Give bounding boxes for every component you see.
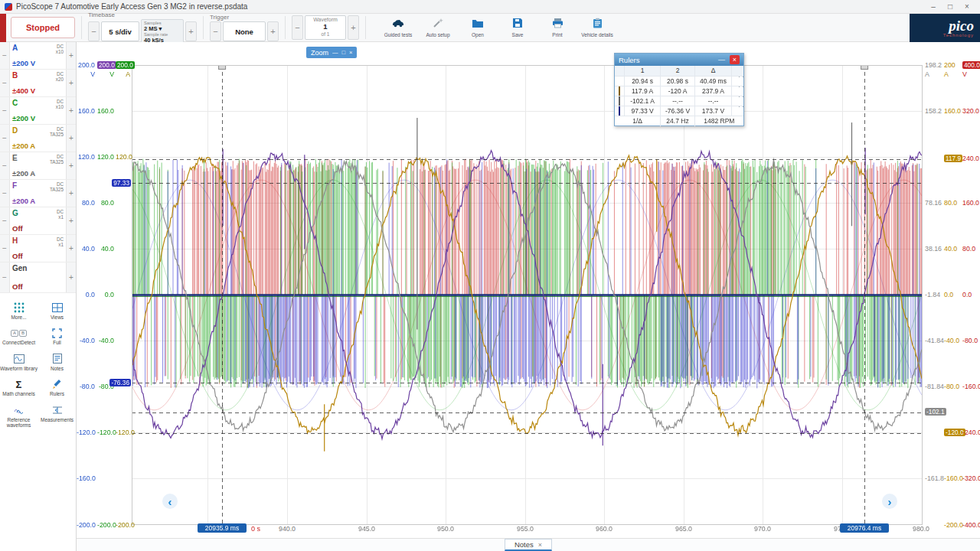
probe-value: TA325: [50, 187, 64, 192]
trigger-value[interactable]: None: [223, 21, 266, 41]
sidebar-tool-full[interactable]: Full: [38, 328, 77, 345]
lock-cell[interactable]: [731, 77, 743, 86]
print-button[interactable]: Print: [539, 18, 576, 37]
timebase-increase-button[interactable]: +: [185, 21, 197, 41]
timebase-decrease-button[interactable]: −: [88, 21, 100, 41]
channel-g[interactable]: −GDCx1Off+: [0, 207, 76, 235]
axis-label[interactable]: 400.0: [962, 61, 980, 69]
timebase-value[interactable]: 5 s/div: [101, 21, 139, 41]
zoom-restore-icon[interactable]: □: [342, 49, 346, 56]
sidebar-tool-reference-waveforms[interactable]: Reference waveforms: [0, 405, 38, 429]
axis-label: 320.0: [962, 107, 980, 115]
sidebar-tool-more[interactable]: More...: [0, 302, 38, 320]
coupling-value: DC: [56, 99, 64, 104]
waveform-next-button[interactable]: +: [348, 15, 359, 40]
channel-coupling: DCx10: [56, 44, 64, 54]
channel-decrease-button[interactable]: −: [0, 180, 10, 207]
channel-increase-button[interactable]: +: [66, 235, 76, 262]
channel-b[interactable]: −BDCx20±400 V+: [0, 70, 76, 97]
sidebar-tool-connectdetect[interactable]: ABConnectDetect: [0, 328, 38, 345]
ruler-value-chip[interactable]: -76.36: [109, 379, 131, 386]
channel-a[interactable]: −ADCx10±200 V+: [0, 42, 76, 70]
trigger-increase-button[interactable]: +: [267, 21, 279, 41]
maximize-button[interactable]: □: [942, 2, 959, 11]
axis-label[interactable]: 200.0: [116, 61, 135, 69]
save-button[interactable]: Save: [499, 18, 536, 37]
channel-increase-button[interactable]: +: [66, 262, 76, 292]
axis-label: 80.0: [97, 199, 114, 207]
axis-label: 78.16: [925, 199, 943, 207]
rulers-minimize-button[interactable]: —: [718, 56, 725, 64]
channel-decrease-button[interactable]: −: [0, 42, 10, 69]
axis-label[interactable]: -102.1: [925, 408, 946, 416]
channel-info: HDCx1Off: [10, 235, 66, 262]
channel-increase-button[interactable]: +: [66, 125, 76, 152]
channel-decrease-button[interactable]: −: [0, 262, 10, 292]
tool-label: Rulers: [50, 391, 64, 396]
waveform-cluster: − Waveform 1 of 1 +: [292, 14, 359, 41]
rulers-panel[interactable]: Rulers — × 12Δ20.94 s20.98 s40.49 ms117.…: [614, 53, 744, 126]
channel-decrease-button[interactable]: −: [0, 235, 10, 262]
trigger-decrease-button[interactable]: −: [210, 21, 221, 41]
tool-label: Waveform library: [0, 366, 38, 371]
rulers-header-cell: Δ: [694, 66, 731, 76]
rulers-panel-titlebar[interactable]: Rulers — ×: [615, 54, 743, 66]
ruler-value-chip[interactable]: 97.33: [112, 179, 131, 187]
channel-e[interactable]: −EDCTA325±200 A+: [0, 152, 76, 180]
sidebar-tool-measurements[interactable]: Measurements: [38, 405, 77, 429]
axis-label: -160.0: [77, 474, 95, 482]
channel-f[interactable]: −FDCTA325±200 A+: [0, 180, 76, 207]
channel-info: ADCx10±200 V: [10, 42, 66, 69]
sidebar-tool-waveform-library[interactable]: Waveform library: [0, 354, 38, 371]
close-button[interactable]: ×: [959, 2, 975, 11]
channel-decrease-button[interactable]: −: [0, 70, 10, 96]
axis-label[interactable]: 200.0: [97, 61, 116, 69]
channel-gen[interactable]: −GenOff+: [0, 262, 76, 293]
sidebar-tool-notes[interactable]: Notes: [38, 354, 77, 371]
x-tick-label: 965.0: [670, 525, 697, 533]
axis-row: 0.00.0: [77, 291, 132, 298]
vehicle-details-button[interactable]: Vehicle details: [579, 18, 616, 37]
samples-box[interactable]: Samples 2 MS ▾ Sample rate 40 kS/s: [141, 19, 184, 44]
stopped-button[interactable]: Stopped: [11, 17, 75, 38]
sidebar-tool-rulers[interactable]: Rulers: [38, 379, 77, 396]
minimize-button[interactable]: –: [925, 2, 942, 11]
channel-increase-button[interactable]: +: [66, 42, 76, 69]
rulers-close-button[interactable]: ×: [730, 55, 740, 64]
channel-increase-button[interactable]: +: [66, 97, 76, 124]
zoom-close-icon[interactable]: ×: [349, 49, 352, 56]
scroll-right-button[interactable]: ›: [882, 494, 897, 509]
lock-cell[interactable]: [731, 86, 743, 96]
zoom-overlay[interactable]: Zoom — □ ×: [306, 47, 357, 58]
lock-cell[interactable]: [731, 96, 743, 106]
axis-label[interactable]: 117.9: [944, 155, 962, 162]
time-ruler-chip[interactable]: 20976.4 ms: [840, 523, 889, 533]
record-indicator[interactable]: [0, 14, 6, 42]
channel-increase-button[interactable]: +: [66, 180, 76, 207]
waveform-canvas[interactable]: [132, 65, 923, 525]
channel-decrease-button[interactable]: −: [0, 207, 10, 234]
channel-decrease-button[interactable]: −: [0, 125, 10, 152]
scroll-left-button[interactable]: ‹: [162, 494, 178, 509]
notes-tab-close-icon[interactable]: ×: [538, 541, 542, 549]
axis-row: -120.0-240.0: [924, 429, 980, 436]
sidebar-tool-views[interactable]: Views: [38, 302, 77, 320]
channel-h[interactable]: −HDCx1Off+: [0, 235, 76, 262]
channel-decrease-button[interactable]: −: [0, 97, 10, 124]
channel-increase-button[interactable]: +: [66, 70, 76, 96]
sidebar-tool-math-channels[interactable]: ΣMath channels: [0, 379, 38, 396]
zoom-minimize-icon[interactable]: —: [332, 49, 338, 56]
channel-c[interactable]: −CDCx10±200 V+: [0, 97, 76, 125]
open-button[interactable]: Open: [459, 18, 496, 37]
channel-increase-button[interactable]: +: [66, 207, 76, 234]
channel-d[interactable]: −DDCTA325±200 A+: [0, 125, 76, 152]
x-tick-label: 970.0: [749, 525, 776, 533]
tab-notes[interactable]: Notes ×: [505, 539, 552, 551]
lock-cell[interactable]: [731, 106, 743, 116]
channel-increase-button[interactable]: +: [66, 152, 76, 179]
channel-decrease-button[interactable]: −: [0, 152, 10, 179]
guided-tests-button[interactable]: Guided tests: [380, 18, 416, 37]
time-ruler-chip[interactable]: 20935.9 ms: [198, 523, 247, 533]
waveform-prev-button[interactable]: −: [292, 15, 303, 40]
auto-setup-button[interactable]: Auto setup: [420, 18, 456, 37]
